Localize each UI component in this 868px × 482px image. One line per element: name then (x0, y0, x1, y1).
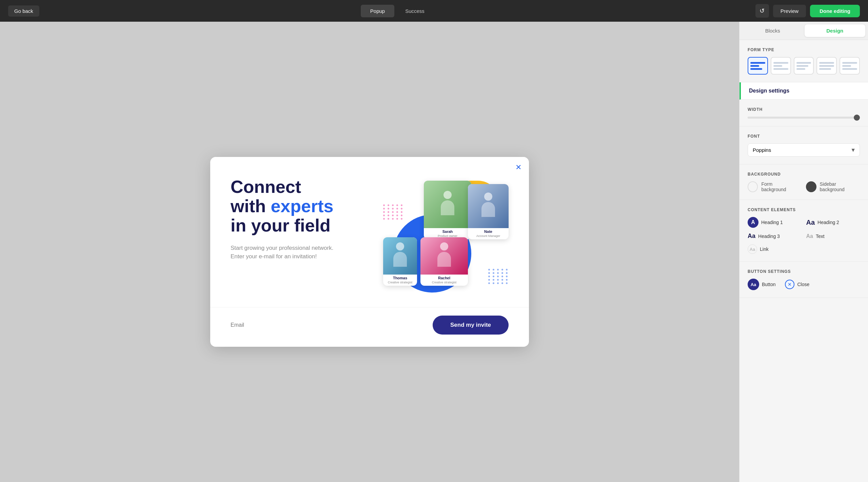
button-settings-section: BUTTON SETTINGS Aa Button ✕ Close (739, 262, 868, 298)
topbar-left: Go back (8, 5, 39, 17)
heading2-icon: Aa (806, 219, 815, 226)
link-label: Link (760, 246, 769, 252)
close-icon-circle: ✕ (785, 280, 794, 289)
history-button[interactable]: ↺ (755, 4, 769, 18)
main-area: ✕ Connect with experts in your field Sta… (0, 22, 868, 482)
email-input[interactable] (231, 322, 425, 328)
person-role-rachel: Creative strategist (420, 281, 468, 286)
canvas-area: ✕ Connect with experts in your field Sta… (0, 22, 739, 482)
form-type-option-3[interactable] (794, 57, 814, 75)
font-select[interactable]: Poppins Roboto Open Sans Inter Lato (748, 143, 860, 157)
button-settings-row: Aa Button ✕ Close (748, 279, 860, 290)
content-elements-section: CONTENT ELEMENTS A Heading 1 Aa Heading … (739, 200, 868, 262)
heading2-label: Heading 2 (817, 220, 839, 225)
content-element-heading1[interactable]: A Heading 1 (748, 217, 802, 228)
content-element-link[interactable]: Aa Link (748, 244, 802, 254)
person-role-nate: Account Manager (468, 234, 509, 239)
button-setting-button[interactable]: Aa Button (748, 279, 775, 290)
preview-button[interactable]: Preview (773, 5, 806, 17)
button-settings-label: BUTTON SETTINGS (748, 269, 860, 274)
sidebar-background-label: Sidebar background (820, 181, 860, 192)
popup-heading: Connect with experts in your field (231, 177, 366, 236)
person-name-thomas: Thomas (383, 275, 417, 281)
button-setting-close-label: Close (797, 282, 809, 287)
person-name-rachel: Rachel (420, 275, 468, 281)
heading3-label: Heading 3 (758, 234, 780, 239)
background-label: BACKGROUND (748, 172, 860, 177)
content-element-heading2[interactable]: Aa Heading 2 (806, 217, 860, 228)
popup-modal: ✕ Connect with experts in your field Sta… (210, 157, 529, 347)
heading3-icon: Aa (748, 233, 755, 240)
heading-line2: with (231, 196, 271, 216)
popup-subtext: Start growing your professional network.… (231, 244, 366, 261)
form-type-section: FORM TYPE (739, 40, 868, 82)
sidebar-background-color-circle (806, 181, 816, 192)
heading-line3: in your field (231, 216, 331, 235)
person-card-thomas: Thomas Creative strategist (383, 237, 417, 286)
heading-line1: Connect (231, 177, 301, 197)
tab-success[interactable]: Success (396, 5, 434, 17)
form-type-option-4[interactable] (816, 57, 837, 75)
right-panel: Blocks Design FORM TYPE (739, 22, 868, 482)
form-type-option-1[interactable] (748, 57, 768, 75)
pink-dots-decoration (383, 204, 403, 225)
button-setting-close[interactable]: ✕ Close (785, 280, 809, 289)
person-card-nate: Nate Account Manager (468, 184, 509, 239)
content-elements-grid: A Heading 1 Aa Heading 2 Aa Heading 3 Aa… (748, 217, 860, 254)
content-element-text[interactable]: Aa Text (806, 233, 860, 240)
person-name-nate: Nate (468, 228, 509, 234)
design-settings-header: Design settings (739, 82, 868, 100)
form-background-label: Form background (761, 181, 796, 192)
content-elements-label: CONTENT ELEMENTS (748, 207, 860, 212)
width-slider[interactable] (748, 117, 860, 119)
button-setting-button-label: Button (762, 282, 775, 287)
done-editing-button[interactable]: Done editing (810, 5, 860, 17)
text-label: Text (816, 234, 825, 239)
go-back-button[interactable]: Go back (8, 5, 39, 17)
text-icon: Aa (806, 233, 813, 239)
popup-footer: Send my invite (210, 307, 529, 347)
person-role-thomas: Creative strategist (383, 281, 417, 286)
tab-design[interactable]: Design (805, 24, 866, 37)
form-background-option[interactable]: Form background (748, 181, 796, 192)
heading-highlight: experts (271, 196, 333, 216)
background-section: BACKGROUND Form background Sidebar backg… (739, 164, 868, 200)
popup-left: Connect with experts in your field Start… (231, 177, 366, 261)
width-section: WIDTH (739, 100, 868, 126)
button-icon-circle: Aa (748, 279, 759, 290)
person-card-rachel: Rachel Creative strategist (420, 237, 468, 286)
heading1-icon: A (748, 217, 758, 228)
popup-illustration: Sarah Product owner Nate Account Manager (380, 177, 509, 293)
tab-popup[interactable]: Popup (361, 5, 394, 17)
topbar-right: ↺ Preview Done editing (755, 4, 860, 18)
font-label: FONT (748, 134, 860, 139)
form-type-grid (748, 57, 860, 75)
topbar: Go back Popup Success ↺ Preview Done edi… (0, 0, 868, 22)
content-element-heading3[interactable]: Aa Heading 3 (748, 233, 802, 240)
form-type-option-5[interactable] (840, 57, 860, 75)
form-type-option-2[interactable] (771, 57, 791, 75)
font-select-wrapper: Poppins Roboto Open Sans Inter Lato ▼ (748, 143, 860, 157)
width-label: WIDTH (748, 107, 860, 112)
background-options: Form background Sidebar background (748, 181, 860, 192)
popup-body: Connect with experts in your field Start… (210, 157, 529, 307)
tab-blocks[interactable]: Blocks (742, 24, 803, 37)
person-name-sarah: Sarah (424, 228, 471, 234)
form-background-color-circle (748, 181, 758, 192)
popup-close-button[interactable]: ✕ (515, 163, 521, 172)
font-section: FONT Poppins Roboto Open Sans Inter Lato… (739, 126, 868, 164)
link-icon: Aa (748, 244, 757, 254)
sidebar-background-option[interactable]: Sidebar background (806, 181, 860, 192)
send-invite-button[interactable]: Send my invite (433, 316, 509, 335)
panel-tabs: Blocks Design (739, 22, 868, 40)
person-card-sarah: Sarah Product owner (424, 181, 471, 239)
blue-dots-decoration (488, 269, 509, 289)
form-type-label: FORM TYPE (748, 47, 860, 52)
heading1-label: Heading 1 (761, 220, 783, 225)
topbar-center: Popup Success (361, 5, 434, 17)
